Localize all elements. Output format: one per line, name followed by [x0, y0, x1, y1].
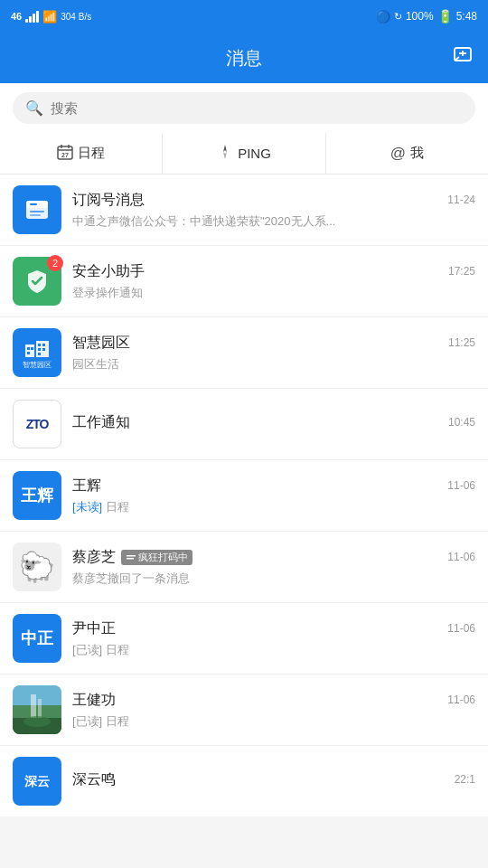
- avatar-subscribe: [13, 185, 61, 234]
- svg-rect-13: [25, 344, 34, 357]
- avatar-wangjiangong: [13, 685, 61, 734]
- at-icon: @: [390, 145, 406, 163]
- avatar-yinzz: 中正: [13, 614, 61, 663]
- message-content-wanghui: 王辉 11-06 [未读] 日程: [72, 476, 475, 515]
- message-time-yinzz: 11-06: [447, 622, 475, 635]
- message-item-partial[interactable]: 深云 深云鸣 22:1: [0, 746, 488, 816]
- message-item-caiyanfang[interactable]: 🐑 蔡彦芝 疯狂打码中 11-06 蔡彦芝撤回了一条消息: [0, 532, 488, 603]
- svg-rect-20: [38, 348, 41, 351]
- svg-rect-24: [127, 555, 136, 557]
- message-content-caiyanfang: 蔡彦芝 疯狂打码中 11-06 蔡彦芝撤回了一条消息: [72, 548, 475, 587]
- tab-ping-label: PING: [238, 146, 271, 161]
- carrier-label: 46: [11, 11, 22, 22]
- message-item-smartpark[interactable]: 智慧园区 智慧园区 11:25 园区生活: [0, 317, 488, 389]
- message-preview-wangjiangong: [已读] 日程: [72, 713, 475, 730]
- message-item-wanghui[interactable]: 王辉 王辉 11-06 [未读] 日程: [0, 460, 488, 532]
- svg-rect-18: [38, 344, 41, 346]
- svg-rect-19: [42, 344, 45, 346]
- svg-rect-11: [30, 211, 44, 212]
- message-item-wangjiangong[interactable]: 王健功 11-06 [已读] 日程: [0, 675, 488, 746]
- message-time-wanghui: 11-06: [447, 479, 475, 492]
- message-content-partial: 深云鸣 22:1: [72, 770, 475, 793]
- svg-rect-10: [30, 203, 37, 205]
- bluetooth-icon: 🔵: [376, 10, 390, 24]
- message-item-work[interactable]: ZTO 工作通知 10:45: [0, 389, 488, 460]
- message-name-work: 工作通知: [72, 413, 130, 432]
- ping-icon: [217, 144, 233, 163]
- unread-label-wanghui: [未读]: [72, 500, 102, 514]
- message-content-subscribe: 订阅号消息 11-24 中通之声微信公众号：中通快递荣获"2020无人系...: [72, 191, 475, 230]
- message-list: 订阅号消息 11-24 中通之声微信公众号：中通快递荣获"2020无人系... …: [0, 175, 488, 816]
- svg-rect-17: [27, 352, 30, 354]
- speed-label: 304 B/s: [61, 12, 91, 22]
- schedule-label-yinzz: 日程: [106, 643, 129, 656]
- message-name-wangjiangong: 王健功: [72, 691, 116, 710]
- sheep-emoji: 🐑: [19, 550, 55, 584]
- message-preview-wanghui: [未读] 日程: [72, 499, 475, 515]
- message-name-smartpark: 智慧园区: [72, 334, 130, 353]
- battery-icon: 🔋: [437, 9, 453, 24]
- message-time-wangjiangong: 11-06: [447, 693, 475, 706]
- message-time-partial: 22:1: [455, 773, 475, 786]
- avatar-text-yinzz: 中正: [21, 630, 53, 646]
- avatar-caiyanfang: 🐑: [13, 542, 61, 591]
- search-input[interactable]: [51, 100, 463, 116]
- schedule-label-wanghui: 日程: [106, 500, 129, 514]
- status-right: 🔵 ↻ 100% 🔋 5:48: [376, 9, 477, 24]
- avatar-wrapper-security: 2: [13, 257, 61, 306]
- search-bar[interactable]: 🔍: [13, 92, 475, 124]
- tab-me-label: 我: [410, 145, 424, 162]
- message-name-security: 安全小助手: [72, 262, 145, 281]
- svg-text:27: 27: [61, 152, 69, 158]
- message-content-work: 工作通知 10:45: [72, 413, 475, 436]
- message-content-security: 安全小助手 17:25 登录操作通知: [72, 262, 475, 301]
- smart-park-sub-label: 智慧园区: [23, 360, 52, 370]
- tab-bar: 27 日程 PING @ 我: [0, 133, 488, 175]
- avatar-smartpark: 智慧园区: [13, 328, 61, 377]
- message-name-wanghui: 王辉: [72, 476, 101, 495]
- svg-rect-22: [38, 353, 41, 355]
- tab-schedule[interactable]: 27 日程: [0, 133, 162, 174]
- svg-rect-25: [127, 558, 134, 560]
- time-label: 5:48: [456, 10, 477, 23]
- svg-rect-21: [42, 348, 45, 351]
- signal-icon: [25, 11, 39, 23]
- read-label-wangjiangong: [已读]: [72, 714, 102, 728]
- calendar-icon: 27: [57, 144, 73, 164]
- search-icon: 🔍: [25, 99, 43, 117]
- message-time-smartpark: 11:25: [448, 336, 475, 349]
- message-item-subscribe[interactable]: 订阅号消息 11-24 中通之声微信公众号：中通快递荣获"2020无人系...: [0, 175, 488, 246]
- svg-rect-12: [30, 214, 41, 216]
- message-item-yinzz[interactable]: 中正 尹中正 11-06 [已读] 日程: [0, 603, 488, 675]
- page-title: 消息: [226, 46, 262, 71]
- schedule-label-wangjiangong: 日程: [106, 714, 129, 728]
- message-name-subscribe: 订阅号消息: [72, 191, 145, 210]
- message-preview-smartpark: 园区生活: [72, 356, 475, 373]
- message-time-caiyanfang: 11-06: [447, 551, 475, 563]
- status-left: 46 📶 304 B/s: [11, 10, 91, 24]
- message-time-security: 17:25: [448, 265, 475, 278]
- new-message-button[interactable]: [452, 44, 474, 71]
- message-preview-security: 登录操作通知: [72, 285, 475, 301]
- avatar-text-partial: 深云: [24, 775, 50, 788]
- zto-logo: ZTO: [26, 417, 49, 431]
- avatar-work: ZTO: [13, 400, 61, 448]
- battery-label: 100%: [406, 10, 434, 23]
- svg-point-31: [23, 716, 51, 727]
- badge-security: 2: [47, 255, 63, 271]
- avatar-text-wanghui: 王辉: [21, 487, 53, 504]
- message-content-yinzz: 尹中正 11-06 [已读] 日程: [72, 619, 475, 658]
- svg-rect-15: [27, 347, 30, 350]
- message-content-smartpark: 智慧园区 11:25 园区生活: [72, 334, 475, 373]
- wifi-icon: 📶: [42, 10, 57, 24]
- message-item-security[interactable]: 2 安全小助手 17:25 登录操作通知: [0, 246, 488, 317]
- header: 消息: [0, 33, 488, 83]
- status-bar: 46 📶 304 B/s 🔵 ↻ 100% 🔋 5:48: [0, 0, 488, 33]
- avatar-wanghui: 王辉: [13, 471, 61, 520]
- read-label-yinzz: [已读]: [72, 643, 102, 656]
- rotate-icon: ↻: [394, 11, 402, 23]
- tab-me[interactable]: @ 我: [325, 133, 488, 174]
- message-time-work: 10:45: [448, 416, 475, 429]
- tab-ping[interactable]: PING: [162, 133, 324, 174]
- message-time-subscribe: 11-24: [447, 193, 475, 206]
